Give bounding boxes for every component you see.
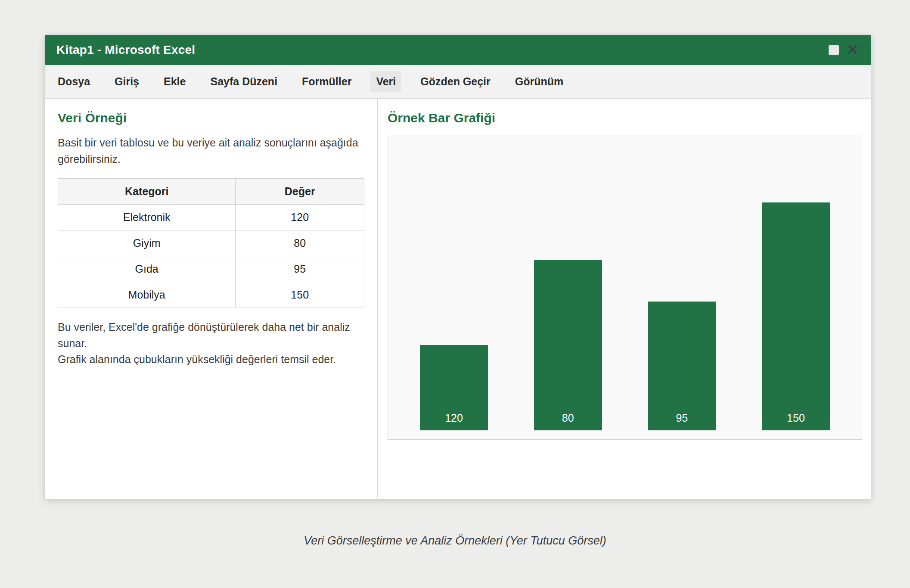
cell-value: 120 [236, 205, 364, 230]
cell-value: 80 [236, 230, 364, 256]
column-header-deger: Değer [236, 179, 364, 205]
bar-mobilya: 150 [762, 202, 830, 430]
content-area: Veri Örneği Basit bir veri tablosu ve bu… [45, 99, 871, 498]
cell-category: Mobilya [58, 282, 236, 308]
menu-item-ekle[interactable]: Ekle [158, 71, 191, 92]
data-panel-heading: Veri Örneği [58, 111, 364, 125]
chart-panel-heading: Örnek Bar Grafiği [388, 111, 862, 125]
bar-chart: 120 80 95 150 [388, 135, 862, 440]
menu-bar: Dosya Giriş Ekle Sayfa Düzeni Formüller … [45, 65, 871, 99]
table-row: Mobilya 150 [58, 282, 364, 308]
menu-item-gozden-gecir[interactable]: Gözden Geçir [415, 71, 496, 92]
menu-item-giris[interactable]: Giriş [109, 71, 145, 92]
footer-caption: Veri Görselleştirme ve Analiz Örnekleri … [0, 534, 910, 548]
cell-category: Giyim [58, 230, 236, 256]
note-line-1: Bu veriler, Excel'de grafiğe dönüştürüle… [58, 321, 350, 349]
intro-text: Basit bir veri tablosu ve bu veriye ait … [58, 135, 364, 167]
cell-category: Gıda [58, 256, 236, 282]
page: Kitap1 - Microsoft Excel ✕ Dosya Giriş E… [0, 0, 910, 588]
cell-value: 95 [236, 256, 364, 282]
table-row: Giyim 80 [58, 230, 364, 256]
table-row: Gıda 95 [58, 256, 364, 282]
bar-value-label: 120 [445, 412, 463, 430]
data-panel: Veri Örneği Basit bir veri tablosu ve bu… [45, 99, 378, 498]
note-line-2: Grafik alanında çubukların yüksekliği de… [58, 353, 336, 365]
title-bar: Kitap1 - Microsoft Excel ✕ [45, 35, 871, 65]
window-title: Kitap1 - Microsoft Excel [56, 43, 195, 57]
menu-item-gorunum[interactable]: Görünüm [509, 71, 569, 92]
bar-value-label: 80 [562, 412, 574, 430]
column-header-kategori: Kategori [58, 179, 236, 205]
table-header-row: Kategori Değer [58, 179, 364, 205]
close-icon[interactable]: ✕ [846, 42, 859, 58]
cell-value: 150 [236, 282, 364, 308]
note-text: Bu veriler, Excel'de grafiğe dönüştürüle… [58, 319, 364, 368]
menu-item-dosya[interactable]: Dosya [52, 71, 96, 92]
bar-value-label: 150 [787, 412, 805, 430]
menu-item-veri[interactable]: Veri [370, 71, 401, 92]
bar-giyim: 80 [534, 260, 602, 430]
data-table: Kategori Değer Elektronik 120 Giyim 80 [58, 178, 364, 308]
bar-value-label: 95 [676, 412, 688, 430]
menu-item-formuller[interactable]: Formüller [296, 71, 357, 92]
bar-gida: 95 [648, 302, 716, 430]
maximize-icon[interactable] [829, 45, 839, 55]
bar-elektronik: 120 [420, 345, 488, 430]
chart-panel: Örnek Bar Grafiği 120 80 95 150 [378, 99, 871, 498]
window-controls: ✕ [829, 42, 859, 58]
excel-window: Kitap1 - Microsoft Excel ✕ Dosya Giriş E… [45, 35, 871, 499]
table-row: Elektronik 120 [58, 205, 364, 230]
cell-category: Elektronik [58, 205, 236, 230]
menu-item-sayfa-duzeni[interactable]: Sayfa Düzeni [205, 71, 283, 92]
